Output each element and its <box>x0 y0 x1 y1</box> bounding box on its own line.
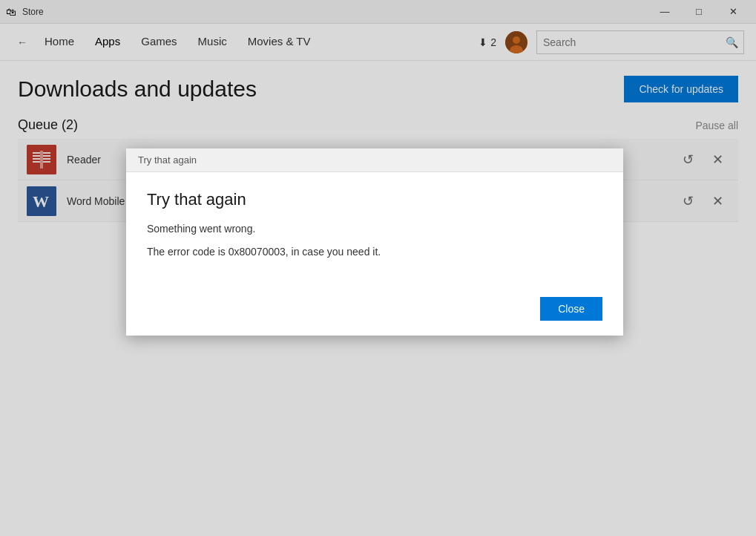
modal-header-text: Try that again <box>138 154 197 166</box>
modal-text-2: The error code is 0x80070003, in case yo… <box>147 244 602 260</box>
modal-header: Try that again <box>126 148 623 172</box>
modal-text-1: Something went wrong. <box>147 221 602 237</box>
modal-close-button[interactable]: Close <box>540 297 602 321</box>
error-modal: Try that again Try that again Something … <box>126 148 623 336</box>
modal-overlay: Try that again Try that again Something … <box>0 0 756 536</box>
modal-footer: Close <box>126 285 623 336</box>
modal-title: Try that again <box>147 190 602 209</box>
modal-body: Try that again Something went wrong. The… <box>126 172 623 285</box>
